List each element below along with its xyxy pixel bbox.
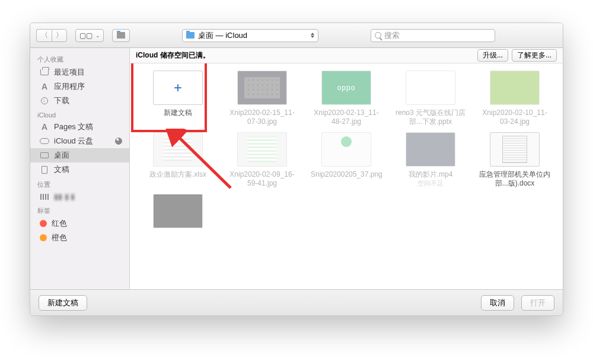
file-thumbnail [406, 71, 455, 105]
file-thumbnail [237, 132, 287, 167]
cloud-icon [40, 137, 49, 145]
sidebar: 个人收藏 最近项目 A 应用程序 下载 iCloud A Pages 文稿 iC… [30, 48, 130, 289]
folder-icon [186, 32, 195, 39]
file-thumbnail [321, 132, 371, 167]
sidebar-head-icloud: iCloud [30, 108, 129, 120]
sidebar-item-pages[interactable]: A Pages 文稿 [30, 120, 129, 134]
file-thumbnail [237, 71, 287, 105]
sidebar-item-desktop[interactable]: 桌面 [30, 148, 129, 162]
sidebar-item-location[interactable]: ▮▮ ▮ ▮ [30, 190, 129, 203]
storage-pie-icon [115, 138, 122, 145]
banner-title: iCloud 储存空间已满。 [136, 50, 210, 60]
sidebar-head-locations: 位置 [30, 177, 129, 190]
dialog-body: 个人收藏 最近项目 A 应用程序 下载 iCloud A Pages 文稿 iC… [30, 48, 563, 289]
file-item[interactable]: oppoXnip2020-02-13_11-48-27.jpg [307, 71, 386, 126]
forward-button[interactable]: 〉 [52, 29, 67, 42]
file-label: Xnip2020-02-10_11-03-24.jpg [479, 108, 550, 126]
new-document-button[interactable]: 新建文稿 [39, 295, 87, 311]
sidebar-item-label: ▮▮ ▮ ▮ [54, 192, 75, 201]
sidebar-item-label: 文稿 [54, 164, 69, 175]
sidebar-item-label: 橙色 [52, 232, 67, 243]
file-item[interactable]: Snip20200205_37.png [307, 132, 386, 188]
search-placeholder: 搜索 [384, 30, 400, 41]
applications-icon: A [40, 82, 49, 91]
toolbar: 〈 〉 ▢▢⌄ 桌面 — iCloud 搜索 [30, 23, 563, 48]
sidebar-item-icloud-drive[interactable]: iCloud 云盘 [30, 134, 129, 148]
file-label: Xnip2020-02-09_16-59-41.jpg [227, 170, 298, 188]
nav-back-forward: 〈 〉 [36, 29, 67, 42]
sidebar-item-applications[interactable]: A 应用程序 [30, 79, 129, 94]
file-thumbnail: oppo [321, 71, 371, 105]
sidebar-item-label: Pages 文稿 [54, 122, 93, 132]
tag-orange-icon [40, 234, 47, 241]
recent-icon [40, 68, 49, 76]
main-panel: iCloud 储存空间已满。 升级... 了解更多... +新建文稿Xnip20… [130, 48, 563, 289]
open-button[interactable]: 打开 [521, 295, 554, 311]
learn-more-button[interactable]: 了解更多... [512, 49, 557, 62]
sidebar-item-label: 下载 [54, 95, 69, 106]
file-thumbnail: + [153, 71, 203, 105]
path-label: 桌面 — iCloud [198, 30, 247, 41]
sidebar-head-tags: 标签 [30, 203, 129, 216]
desktop-icon [40, 151, 49, 159]
sidebar-item-label: 桌面 [54, 150, 69, 161]
file-item[interactable]: reno3 元气版在线门店部...下发.pptx [391, 71, 470, 126]
file-label: 我的影片.mp4 [409, 170, 453, 179]
file-thumbnail [406, 132, 455, 167]
sidebar-item-downloads[interactable]: 下载 [30, 94, 129, 108]
file-label: 新建文稿 [164, 108, 192, 117]
file-label: 应急管理部机关单位内部...版).docx [479, 170, 550, 188]
downloads-icon [40, 97, 49, 105]
sidebar-tag-red[interactable]: 红色 [30, 216, 129, 231]
file-thumbnail [153, 194, 203, 228]
file-grid: +新建文稿Xnip2020-02-15_11-07-30.jpgoppoXnip… [130, 63, 563, 289]
file-label: 政企激励方案.xlsx [149, 170, 206, 179]
file-label: Xnip2020-02-15_11-07-30.jpg [227, 108, 298, 126]
back-button[interactable]: 〈 [36, 29, 52, 42]
file-thumbnail [490, 132, 540, 167]
search-icon [375, 32, 381, 39]
cancel-button[interactable]: 取消 [481, 295, 514, 311]
file-item[interactable]: 应急管理部机关单位内部...版).docx [475, 132, 554, 188]
icloud-full-banner: iCloud 储存空间已满。 升级... 了解更多... [130, 48, 563, 63]
sidebar-item-label: iCloud 云盘 [54, 136, 93, 146]
upgrade-button[interactable]: 升级... [477, 49, 508, 62]
chevron-updown-icon [311, 33, 314, 38]
path-selector[interactable]: 桌面 — iCloud [182, 29, 318, 42]
file-item[interactable] [138, 194, 218, 232]
finder-open-dialog: 〈 〉 ▢▢⌄ 桌面 — iCloud 搜索 个人收藏 最近项目 A [30, 23, 563, 316]
document-icon [40, 165, 49, 174]
file-item[interactable]: +新建文稿 [138, 71, 218, 126]
sidebar-item-recent[interactable]: 最近项目 [30, 65, 129, 79]
view-mode-button[interactable]: ▢▢⌄ [75, 29, 104, 42]
sidebar-item-label: 红色 [52, 218, 67, 229]
file-thumbnail [153, 132, 203, 167]
search-input[interactable]: 搜索 [371, 29, 495, 42]
file-item[interactable]: 我的影片.mp4空间不足 [391, 132, 470, 188]
location-icon [40, 193, 49, 201]
tag-red-icon [40, 220, 47, 227]
file-label: Snip20200205_37.png [311, 170, 382, 179]
file-item[interactable]: Xnip2020-02-09_16-59-41.jpg [222, 132, 302, 188]
pages-icon: A [40, 123, 49, 131]
file-item[interactable]: Xnip2020-02-15_11-07-30.jpg [222, 71, 302, 126]
file-item[interactable]: Xnip2020-02-10_11-03-24.jpg [475, 71, 554, 126]
sidebar-item-label: 最近项目 [54, 67, 85, 78]
file-item[interactable]: 政企激励方案.xlsx [138, 132, 218, 188]
file-sublabel: 空间不足 [417, 179, 444, 188]
file-label: reno3 元气版在线门店部...下发.pptx [395, 108, 466, 126]
file-thumbnail [490, 71, 540, 105]
file-label: Xnip2020-02-13_11-48-27.jpg [311, 108, 382, 126]
sidebar-tag-orange[interactable]: 橙色 [30, 231, 129, 245]
dialog-footer: 新建文稿 取消 打开 [30, 289, 563, 315]
sidebar-item-label: 应用程序 [54, 81, 85, 92]
group-button[interactable] [112, 29, 130, 42]
sidebar-head-favorites: 个人收藏 [30, 52, 129, 65]
sidebar-item-documents[interactable]: 文稿 [30, 162, 129, 177]
